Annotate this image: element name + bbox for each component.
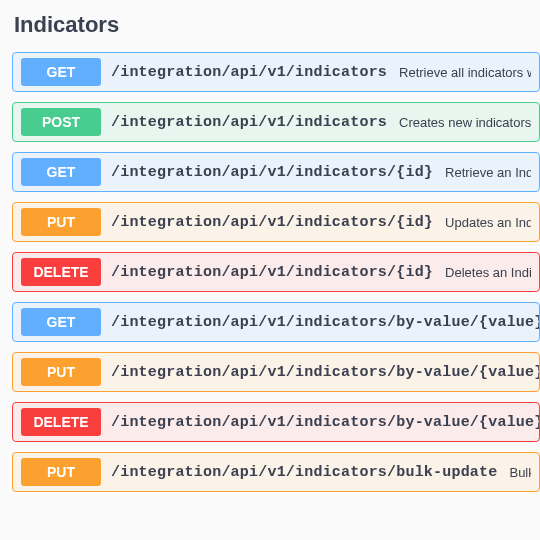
endpoint-description: Updates an Indicator by id [445, 215, 531, 230]
method-badge-put: PUT [21, 208, 101, 236]
method-badge-get: GET [21, 58, 101, 86]
method-badge-put: PUT [21, 358, 101, 386]
endpoint-path: /integration/api/v1/indicators [111, 64, 387, 81]
method-badge-delete: DELETE [21, 258, 101, 286]
endpoint-row[interactable]: PUT/integration/api/v1/indicators/by-val… [12, 352, 540, 392]
section-title: Indicators [12, 12, 540, 38]
method-badge-delete: DELETE [21, 408, 101, 436]
endpoint-path: /integration/api/v1/indicators/{id} [111, 164, 433, 181]
endpoint-path: /integration/api/v1/indicators/by-value/… [111, 414, 540, 431]
endpoint-row[interactable]: POST/integration/api/v1/indicatorsCreate… [12, 102, 540, 142]
endpoint-row[interactable]: GET/integration/api/v1/indicators/{id}Re… [12, 152, 540, 192]
endpoint-list: GET/integration/api/v1/indicatorsRetriev… [12, 52, 540, 492]
endpoint-path: /integration/api/v1/indicators/{id} [111, 264, 433, 281]
method-badge-get: GET [21, 158, 101, 186]
method-badge-put: PUT [21, 458, 101, 486]
endpoint-path: /integration/api/v1/indicators/by-value/… [111, 364, 540, 381]
endpoint-path: /integration/api/v1/indicators [111, 114, 387, 131]
endpoint-row[interactable]: GET/integration/api/v1/indicators/by-val… [12, 302, 540, 342]
endpoint-row[interactable]: GET/integration/api/v1/indicatorsRetriev… [12, 52, 540, 92]
endpoint-row[interactable]: PUT/integration/api/v1/indicators/bulk-u… [12, 452, 540, 492]
endpoint-description: Creates new indicators and returns them [399, 115, 531, 130]
endpoint-row[interactable]: DELETE/integration/api/v1/indicators/by-… [12, 402, 540, 442]
endpoint-description: Retrieve an Indicator by id [445, 165, 531, 180]
endpoint-path: /integration/api/v1/indicators/{id} [111, 214, 433, 231]
endpoint-description: Retrieve all indicators with optional fi… [399, 65, 531, 80]
endpoint-description: Deletes an Indicator by id [445, 265, 531, 280]
endpoint-row[interactable]: PUT/integration/api/v1/indicators/{id}Up… [12, 202, 540, 242]
endpoint-path: /integration/api/v1/indicators/bulk-upda… [111, 464, 497, 481]
method-badge-post: POST [21, 108, 101, 136]
endpoint-path: /integration/api/v1/indicators/by-value/… [111, 314, 540, 331]
endpoint-description: Bulk update indicators [509, 465, 531, 480]
method-badge-get: GET [21, 308, 101, 336]
endpoint-row[interactable]: DELETE/integration/api/v1/indicators/{id… [12, 252, 540, 292]
